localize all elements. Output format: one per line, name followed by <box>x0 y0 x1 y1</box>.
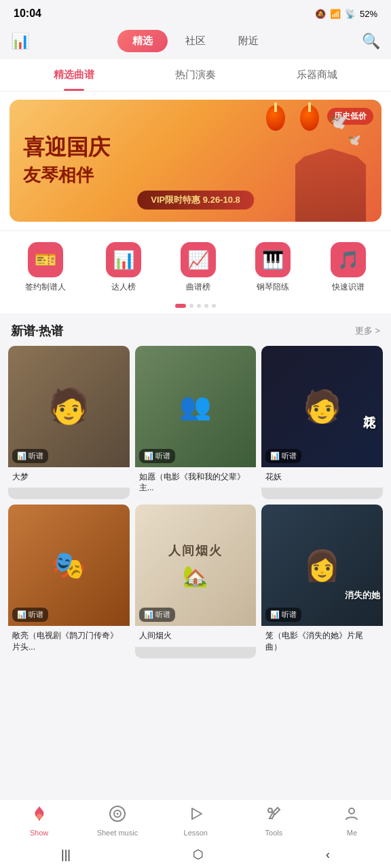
quick-read-icon: 🎵 <box>331 242 366 277</box>
section-title: 新谱·热谱 <box>11 323 63 339</box>
music-title-1: 大梦 <box>8 467 130 488</box>
main-nav-tabs: 精选 社区 附近 <box>35 30 356 52</box>
svg-point-0 <box>37 814 42 819</box>
section-more-button[interactable]: 更多 > <box>355 325 380 337</box>
music-card-3[interactable]: 🧑 花妖 📊听谱 花妖 <box>261 346 383 499</box>
piano-practice-icon: 🎹 <box>255 242 291 277</box>
music-title-6: 笼（电影《消失的她》片尾曲） <box>261 626 383 658</box>
music-thumb-6: 👩 消失的她 📊听谱 <box>261 505 383 626</box>
music-thumb-3: 🧑 花妖 📊听谱 <box>261 346 383 467</box>
quick-icons-row: 🎫 签约制谱人 📊 达人榜 📈 曲谱榜 🎹 钢琴陪练 🎵 快速识谱 <box>0 231 391 301</box>
banner-section: 喜迎国庆 友琴相伴 历史低价 VIP限时特惠 9.26-10.8 🕊️ 🕊️ <box>0 92 391 230</box>
section-header: 新谱·热谱 更多 > <box>0 313 391 346</box>
svg-marker-4 <box>192 808 202 819</box>
banner-line2: 友琴相伴 <box>23 163 110 187</box>
music-thumb-1: 🧑 📊听谱 <box>8 346 130 467</box>
bottom-nav-lesson[interactable]: Lesson <box>175 805 216 837</box>
bottom-nav-tools[interactable]: Tools <box>253 805 294 837</box>
nav-tab-featured[interactable]: 精选 <box>117 30 168 52</box>
bottom-nav: Show Sheet music Lesson Tools <box>0 799 391 841</box>
wifi-icon: 📶 <box>330 9 341 19</box>
dot-2 <box>189 304 193 308</box>
music-card-6[interactable]: 👩 消失的她 📊听谱 笼（电影《消失的她》片尾曲） <box>261 505 383 658</box>
signal-icon: 📡 <box>345 9 356 19</box>
listen-badge-4: 📊听谱 <box>12 608 48 622</box>
music-title-4: 敞亮（电视剧《鹊刀门传奇》片头... <box>8 626 130 658</box>
system-nav-bar: ||| ⬡ ‹ <box>0 841 391 868</box>
music-thumb-5: 人间烟火 🏡 📊听谱 <box>135 505 257 626</box>
quick-icon-sign-composer[interactable]: 🎫 签约制谱人 <box>25 242 66 293</box>
show-label: Show <box>30 829 49 837</box>
tools-icon <box>265 805 282 827</box>
sign-composer-icon: 🎫 <box>28 242 63 277</box>
sheet-music-icon <box>109 805 126 827</box>
dot-5 <box>212 304 216 308</box>
sheet-music-label: Sheet music <box>97 829 138 837</box>
music-thumb-2: 👥 📊听谱 <box>135 346 257 467</box>
dot-1 <box>175 304 186 308</box>
show-icon <box>31 805 48 827</box>
sys-nav-recent[interactable]: ||| <box>61 848 71 862</box>
listen-badge-1: 📊听谱 <box>12 449 48 463</box>
talent-list-icon: 📊 <box>106 242 141 277</box>
tools-label: Tools <box>265 829 283 837</box>
score-list-label: 曲谱榜 <box>186 281 210 293</box>
quick-icon-score-list[interactable]: 📈 曲谱榜 <box>181 242 216 293</box>
quick-read-label: 快速识谱 <box>332 281 365 293</box>
music-grid: 🧑 📊听谱 大梦 👥 📊听谱 如愿（电影《我和我的父辈》主... 🧑 花妖 <box>0 346 391 665</box>
lesson-icon <box>187 805 204 827</box>
listen-badge-6: 📊听谱 <box>265 608 301 622</box>
status-bar: 10:04 🔕 📶 📡 52% <box>0 0 391 27</box>
music-card-5[interactable]: 人间烟火 🏡 📊听谱 人间烟火 <box>135 505 257 658</box>
banner-line1: 喜迎国庆 <box>23 134 110 160</box>
status-time: 10:04 <box>14 7 41 20</box>
nav-tab-nearby[interactable]: 附近 <box>223 30 274 52</box>
bottom-nav-show[interactable]: Show <box>19 805 60 837</box>
music-card-1[interactable]: 🧑 📊听谱 大梦 <box>8 346 130 499</box>
dot-3 <box>197 304 201 308</box>
listen-badge-5: 📊听谱 <box>139 608 175 622</box>
music-card-4[interactable]: 🎭 📊听谱 敞亮（电视剧《鹊刀门传奇》片头... <box>8 505 130 658</box>
music-title-5: 人间烟火 <box>135 626 257 647</box>
svg-point-3 <box>116 813 118 815</box>
music-title-3: 花妖 <box>261 467 383 488</box>
bottom-nav-sheet-music[interactable]: Sheet music <box>97 805 138 837</box>
top-nav: 📊 精选 社区 附近 🔍 <box>0 27 391 59</box>
quick-icon-talent-list[interactable]: 📊 达人榜 <box>106 242 141 293</box>
quick-icon-quick-read[interactable]: 🎵 快速识谱 <box>331 242 366 293</box>
banner-decoration: 🕊️ 🕊️ <box>246 100 381 222</box>
nav-tab-community[interactable]: 社区 <box>170 30 221 52</box>
music-title-2: 如愿（电影《我和我的父辈》主... <box>135 467 257 500</box>
me-label: Me <box>347 829 357 837</box>
tab-hot-performance[interactable]: 热门演奏 <box>168 59 223 91</box>
me-icon <box>343 805 360 827</box>
banner-vip-tag: VIP限时特惠 9.26-10.8 <box>137 191 254 210</box>
quick-icon-piano-practice[interactable]: 🎹 钢琴陪练 <box>255 242 291 293</box>
music-thumb-4: 🎭 📊听谱 <box>8 505 130 626</box>
listen-badge-3: 📊听谱 <box>265 449 301 463</box>
battery-icon: 52% <box>360 9 377 19</box>
bottom-nav-me[interactable]: Me <box>331 805 372 837</box>
sign-composer-label: 签约制谱人 <box>25 281 66 293</box>
chart-icon[interactable]: 📊 <box>11 33 29 50</box>
mute-icon: 🔕 <box>315 9 326 19</box>
indicator-dots <box>0 301 391 313</box>
music-card-2[interactable]: 👥 📊听谱 如愿（电影《我和我的父辈》主... <box>135 346 257 499</box>
card-overlay-text2-6: 消失的她 <box>345 589 380 601</box>
sys-nav-back[interactable]: ‹ <box>326 848 330 862</box>
talent-list-label: 达人榜 <box>111 281 136 293</box>
svg-point-5 <box>268 808 272 812</box>
piano-practice-label: 钢琴陪练 <box>257 281 289 293</box>
content-tabs: 精选曲谱 热门演奏 乐器商城 <box>0 59 391 92</box>
dot-4 <box>204 304 208 308</box>
svg-point-6 <box>349 808 354 814</box>
status-icons: 🔕 📶 📡 52% <box>315 9 377 19</box>
score-list-icon: 📈 <box>181 242 216 277</box>
listen-badge-2: 📊听谱 <box>139 449 175 463</box>
sys-nav-home[interactable]: ⬡ <box>193 847 204 862</box>
search-icon[interactable]: 🔍 <box>362 33 380 50</box>
lesson-label: Lesson <box>184 829 208 837</box>
tab-instrument-store[interactable]: 乐器商城 <box>290 59 344 91</box>
promo-banner[interactable]: 喜迎国庆 友琴相伴 历史低价 VIP限时特惠 9.26-10.8 🕊️ 🕊️ <box>10 100 381 222</box>
tab-featured-scores[interactable]: 精选曲谱 <box>47 59 101 91</box>
